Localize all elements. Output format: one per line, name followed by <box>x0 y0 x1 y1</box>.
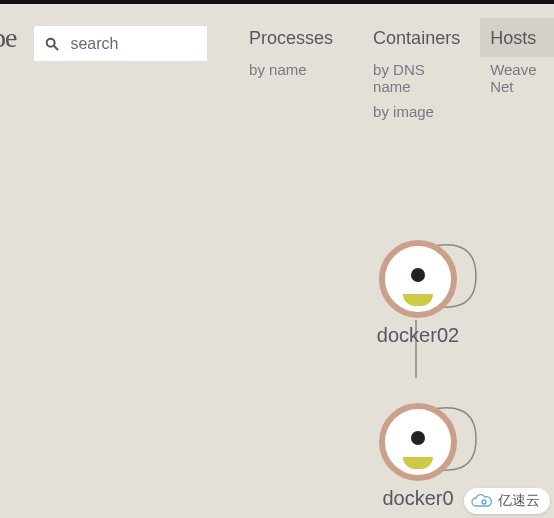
node-arc-icon <box>403 294 433 306</box>
watermark-badge: 亿速云 <box>464 488 550 514</box>
nav-tabs: Processes by name Containers by DNS name… <box>229 18 554 124</box>
tab-containers[interactable]: Containers by DNS name by image <box>353 18 480 124</box>
node-dot-icon <box>411 431 425 445</box>
tab-hosts-sub-weavenet[interactable]: Weave Net <box>480 57 554 99</box>
topology-graph[interactable]: docker02 docker0 <box>0 190 554 518</box>
tab-containers-label: Containers <box>363 18 470 57</box>
tab-containers-sub-bydns[interactable]: by DNS name <box>363 57 470 99</box>
node-dot-icon <box>411 268 425 282</box>
tab-hosts[interactable]: Hosts Weave Net <box>480 18 554 124</box>
tab-containers-sub-byimage[interactable]: by image <box>363 99 470 124</box>
search-input[interactable] <box>68 34 197 54</box>
header-bar: pe Processes by name Containers by DNS n… <box>0 4 554 122</box>
node-circle <box>379 240 457 318</box>
node-arc-icon <box>403 457 433 469</box>
node-label: docker02 <box>338 324 498 347</box>
node-circle <box>379 403 457 481</box>
svg-point-3 <box>482 500 486 504</box>
svg-line-1 <box>54 46 58 50</box>
tab-hosts-label: Hosts <box>480 18 554 57</box>
watermark-text: 亿速云 <box>498 492 540 510</box>
search-box[interactable] <box>34 26 207 61</box>
logo-fragment: pe <box>0 22 16 54</box>
svg-point-0 <box>47 38 55 46</box>
tab-processes[interactable]: Processes by name <box>229 18 353 124</box>
tab-processes-label: Processes <box>239 18 343 57</box>
search-icon <box>44 36 60 52</box>
node-docker02[interactable]: docker02 <box>338 240 498 347</box>
tab-processes-sub-byname[interactable]: by name <box>239 57 343 82</box>
cloud-icon <box>470 493 494 509</box>
